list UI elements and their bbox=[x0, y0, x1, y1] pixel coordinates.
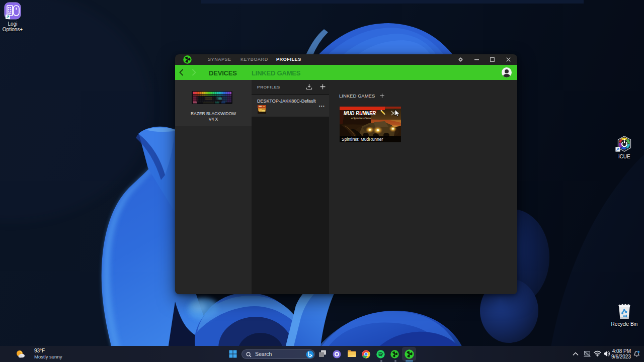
svg-text:Spintires: MudRunner: Spintires: MudRunner bbox=[342, 137, 383, 142]
svg-text:a Spintires Game: a Spintires Game bbox=[351, 116, 371, 120]
